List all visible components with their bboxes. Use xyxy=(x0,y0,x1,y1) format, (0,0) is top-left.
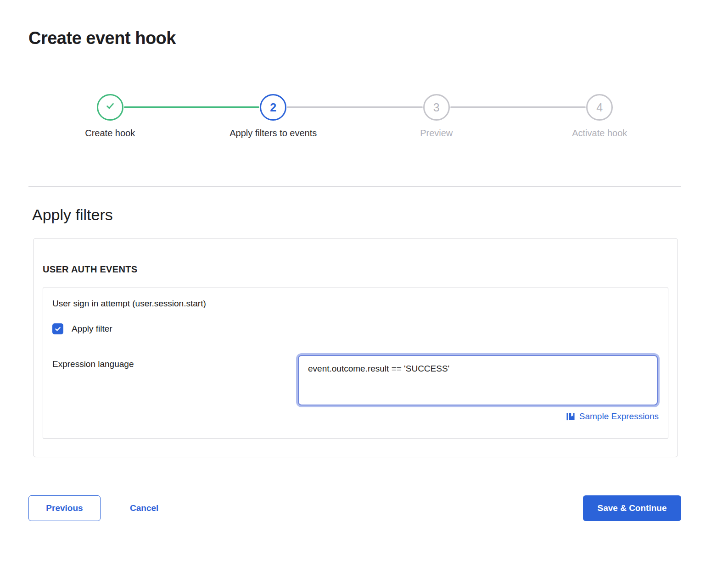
step-2-number: 2 xyxy=(270,101,276,114)
save-continue-button[interactable]: Save & Continue xyxy=(583,495,681,521)
cancel-button[interactable]: Cancel xyxy=(130,503,158,513)
step-4-number: 4 xyxy=(596,101,603,114)
expression-input[interactable]: event.outcome.result == 'SUCCESS' xyxy=(298,355,658,405)
apply-filter-label: Apply filter xyxy=(72,324,112,334)
create-event-hook-page: Create event hook Create hook 2 Apply fi… xyxy=(28,0,681,521)
connector-1-2 xyxy=(124,106,260,108)
event-name-label: User sign in attempt (user.session.start… xyxy=(52,299,659,309)
stepper-divider xyxy=(28,186,681,187)
wizard-stepper: Create hook 2 Apply filters to events 3 … xyxy=(28,58,681,139)
checkmark-icon xyxy=(54,325,62,333)
card-heading: USER AUTH EVENTS xyxy=(43,264,668,275)
step-4-indicator: 4 xyxy=(586,94,613,121)
step-3-indicator: 3 xyxy=(423,94,450,121)
step-1-label: Create hook xyxy=(85,128,135,139)
step-2-label: Apply filters to events xyxy=(230,128,317,139)
footer-divider xyxy=(28,475,681,475)
book-icon xyxy=(566,412,575,421)
step-preview: 3 Preview xyxy=(355,94,518,139)
apply-filter-checkbox[interactable] xyxy=(52,323,63,334)
section-title: Apply filters xyxy=(32,206,681,224)
connector-3-4 xyxy=(450,106,586,108)
footer-actions: Previous Cancel Save & Continue xyxy=(28,495,681,521)
step-3-number: 3 xyxy=(433,101,440,114)
expression-language-label: Expression language xyxy=(52,355,297,369)
step-1-indicator xyxy=(97,94,123,121)
expression-row: Expression language event.outcome.result… xyxy=(52,355,659,422)
step-3-label: Preview xyxy=(420,128,453,139)
apply-filter-row[interactable]: Apply filter xyxy=(52,323,112,334)
expression-field: event.outcome.result == 'SUCCESS' Sample… xyxy=(297,355,659,422)
previous-button[interactable]: Previous xyxy=(28,495,101,521)
step-2-indicator: 2 xyxy=(260,94,286,121)
step-4-label: Activate hook xyxy=(572,128,627,139)
sample-expressions-label: Sample Expressions xyxy=(579,411,659,422)
sample-expressions-link[interactable]: Sample Expressions xyxy=(297,411,659,422)
check-icon xyxy=(104,100,117,115)
step-create-hook: Create hook xyxy=(28,94,192,139)
event-filter-box: User sign in attempt (user.session.start… xyxy=(43,288,668,438)
step-apply-filters: 2 Apply filters to events xyxy=(192,94,355,139)
connector-2-3 xyxy=(287,106,423,108)
filters-card: USER AUTH EVENTS User sign in attempt (u… xyxy=(33,238,678,457)
page-title: Create event hook xyxy=(28,28,681,48)
step-activate-hook: 4 Activate hook xyxy=(518,94,682,139)
